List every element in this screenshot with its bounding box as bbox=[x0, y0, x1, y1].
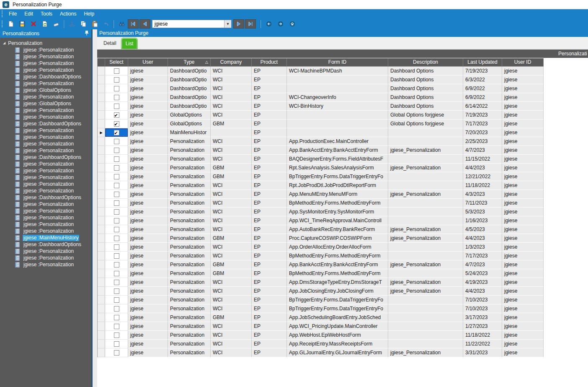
tree-item[interactable]: jgiese :Personalization bbox=[0, 107, 91, 114]
cell-type[interactable]: Personalization bbox=[168, 313, 211, 322]
cell-user[interactable]: jgiese bbox=[128, 84, 168, 93]
cell-type[interactable]: Personalization bbox=[168, 172, 211, 181]
tree-item[interactable]: jgiese :Personalization bbox=[0, 127, 91, 134]
cell-last-updated[interactable]: 11/18/2022 bbox=[463, 181, 502, 190]
cell-company[interactable]: WCI bbox=[211, 296, 252, 304]
undo-button[interactable] bbox=[101, 19, 111, 29]
row-indicator[interactable] bbox=[98, 348, 105, 357]
cell-user[interactable]: jgiese bbox=[128, 216, 168, 225]
cell-form-id[interactable]: App.ProductionExec.MainController bbox=[287, 137, 388, 146]
cell-form-id[interactable]: Rpt.JobProdDtl.JobProdDtlReportForm bbox=[287, 181, 388, 190]
cell-last-updated[interactable]: 4/19/2023 bbox=[463, 278, 502, 287]
cell-user-id[interactable]: jgiese bbox=[502, 128, 544, 137]
row-indicator[interactable] bbox=[98, 146, 105, 155]
cell-form-id[interactable]: Proc.CaptureCOSWIP.COSWIPForm bbox=[287, 234, 388, 243]
cell-form-id[interactable]: App.WebHost.EpiWebHostForm bbox=[287, 331, 388, 340]
checkbox-unchecked-icon[interactable] bbox=[114, 244, 119, 250]
select-cell[interactable] bbox=[105, 128, 128, 137]
row-indicator[interactable] bbox=[98, 331, 105, 340]
tree-item[interactable]: jgiese :Personalization bbox=[0, 140, 91, 147]
cell-user-id[interactable]: jgiese bbox=[502, 137, 544, 146]
cell-user-id[interactable]: jgiese bbox=[502, 75, 544, 84]
column-header-user[interactable]: User bbox=[128, 58, 168, 67]
cell-product[interactable]: EP bbox=[252, 313, 287, 322]
cell-type[interactable]: Personalization bbox=[168, 199, 211, 208]
cell-company[interactable]: WCI bbox=[211, 304, 252, 313]
cell-company[interactable] bbox=[211, 128, 252, 137]
combobox-dropdown-icon[interactable]: ▾ bbox=[224, 20, 231, 28]
cell-user[interactable]: jgiese bbox=[128, 164, 168, 172]
cell-form-id[interactable]: App.BankAcctEntry.BankAcctEntryForm bbox=[287, 146, 388, 155]
menu-help[interactable]: Help bbox=[80, 9, 98, 18]
cell-product[interactable]: EP bbox=[252, 84, 287, 93]
cell-type[interactable]: Personalization bbox=[168, 322, 211, 331]
row-indicator[interactable] bbox=[98, 313, 105, 322]
cell-form-id[interactable]: BpMethodEntry.Forms.MethodEntryForm bbox=[287, 269, 388, 278]
cell-last-updated[interactable]: 1/3/2023 bbox=[463, 243, 502, 252]
cell-description[interactable] bbox=[388, 313, 463, 322]
cell-user-id[interactable]: jgiese bbox=[502, 181, 544, 190]
row-indicator[interactable] bbox=[98, 93, 105, 102]
cell-type[interactable]: Personalization bbox=[168, 304, 211, 313]
cell-form-id[interactable] bbox=[287, 128, 388, 137]
cell-type[interactable]: Personalization bbox=[168, 190, 211, 199]
cell-user-id[interactable]: jgiese bbox=[502, 287, 544, 296]
cell-user-id[interactable]: jgiese bbox=[502, 93, 544, 102]
cell-description[interactable] bbox=[388, 269, 463, 278]
cell-type[interactable]: DashboardOptio bbox=[168, 67, 211, 75]
cell-company[interactable]: WCI bbox=[211, 348, 252, 357]
cell-user[interactable]: jgiese bbox=[128, 190, 168, 199]
checkbox-unchecked-icon[interactable] bbox=[114, 227, 119, 232]
cell-company[interactable]: WCI bbox=[211, 331, 252, 340]
cell-company[interactable]: WCI bbox=[211, 75, 252, 84]
delete-button[interactable] bbox=[28, 19, 39, 29]
cell-type[interactable]: GlobalOptions bbox=[168, 119, 211, 128]
select-cell[interactable] bbox=[105, 208, 128, 216]
cell-product[interactable]: EP bbox=[252, 331, 287, 340]
cell-description[interactable] bbox=[388, 340, 463, 348]
checkbox-unchecked-icon[interactable] bbox=[114, 218, 119, 223]
select-cell[interactable] bbox=[105, 172, 128, 181]
column-header-product[interactable]: Product bbox=[252, 58, 287, 67]
cell-user[interactable]: jgiese bbox=[128, 137, 168, 146]
row-indicator[interactable] bbox=[98, 84, 105, 93]
cell-last-updated[interactable]: 6/9/2022 bbox=[463, 84, 502, 93]
cell-user[interactable]: jgiese bbox=[128, 93, 168, 102]
cell-type[interactable]: DashboardOptio bbox=[168, 75, 211, 84]
cell-type[interactable]: Personalization bbox=[168, 331, 211, 340]
cell-description[interactable]: Dashboard Options bbox=[388, 93, 463, 102]
row-indicator[interactable] bbox=[98, 102, 105, 111]
cell-description[interactable]: Dashboard Options bbox=[388, 75, 463, 84]
cell-user-id[interactable]: jgiese bbox=[502, 199, 544, 208]
checkbox-unchecked-icon[interactable] bbox=[114, 262, 119, 268]
cell-user[interactable]: jgiese bbox=[128, 181, 168, 190]
cell-company[interactable]: WCI bbox=[211, 225, 252, 234]
checkbox-unchecked-icon[interactable] bbox=[114, 77, 119, 83]
checkbox-unchecked-icon[interactable] bbox=[114, 156, 119, 162]
record-search-value[interactable]: jgiese bbox=[152, 21, 224, 27]
row-indicator[interactable] bbox=[98, 260, 105, 269]
cell-product[interactable]: EP bbox=[252, 172, 287, 181]
cell-type[interactable]: Personalization bbox=[168, 146, 211, 155]
cell-description[interactable] bbox=[388, 199, 463, 208]
cell-type[interactable]: DashboardOptio bbox=[168, 84, 211, 93]
cell-company[interactable]: WCI bbox=[211, 181, 252, 190]
select-cell[interactable] bbox=[105, 278, 128, 287]
cell-type[interactable]: Personalization bbox=[168, 278, 211, 287]
cell-company[interactable]: GBM bbox=[211, 234, 252, 243]
cell-user[interactable]: jgiese bbox=[128, 225, 168, 234]
cell-company[interactable]: WCI bbox=[211, 340, 252, 348]
forward-button[interactable] bbox=[276, 19, 285, 29]
select-cell[interactable] bbox=[105, 190, 128, 199]
row-indicator[interactable] bbox=[98, 234, 105, 243]
select-cell[interactable] bbox=[105, 155, 128, 164]
cell-user-id[interactable]: jgiese bbox=[502, 172, 544, 181]
cell-user[interactable]: jgiese bbox=[128, 322, 168, 331]
cell-user-id[interactable]: jgiese bbox=[502, 146, 544, 155]
cell-user[interactable]: jgiese bbox=[128, 111, 168, 119]
tree-item[interactable]: jgiese :Personalization bbox=[0, 228, 91, 234]
cell-user-id[interactable]: jgiese bbox=[502, 84, 544, 93]
cell-form-id[interactable]: BAQDesignerEntry.Forms.FieldAttributesF bbox=[287, 155, 388, 164]
cell-user[interactable]: jgiese bbox=[128, 304, 168, 313]
nav-next-button[interactable] bbox=[233, 19, 244, 29]
